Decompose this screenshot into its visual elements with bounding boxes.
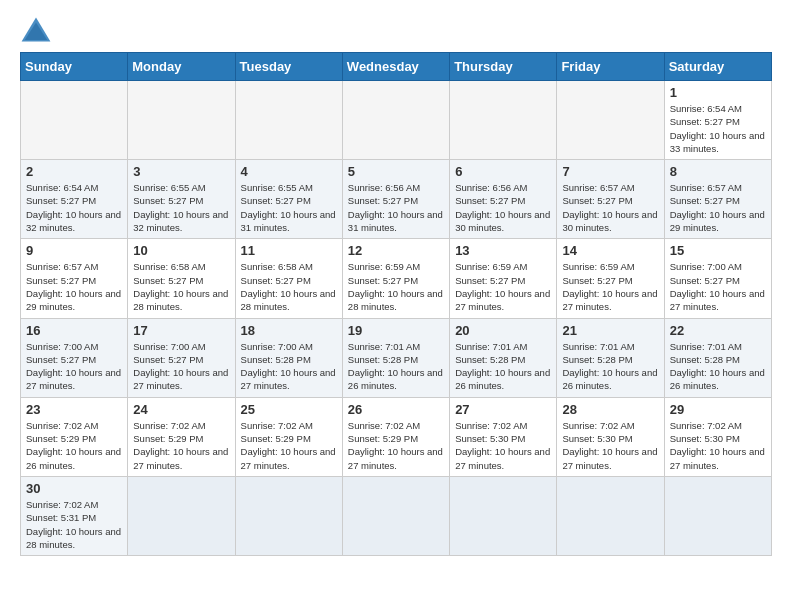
calendar-day-cell [235,476,342,555]
weekday-header-cell: Thursday [450,53,557,81]
day-info: Sunrise: 6:58 AM Sunset: 5:27 PM Dayligh… [133,260,229,313]
weekday-header-cell: Saturday [664,53,771,81]
calendar-week-row: 16Sunrise: 7:00 AM Sunset: 5:27 PM Dayli… [21,318,772,397]
day-number: 1 [670,85,766,100]
header [20,16,772,44]
day-number: 18 [241,323,337,338]
day-info: Sunrise: 7:00 AM Sunset: 5:27 PM Dayligh… [670,260,766,313]
logo [20,16,56,44]
day-info: Sunrise: 7:02 AM Sunset: 5:30 PM Dayligh… [455,419,551,472]
day-number: 21 [562,323,658,338]
calendar-day-cell: 9Sunrise: 6:57 AM Sunset: 5:27 PM Daylig… [21,239,128,318]
calendar-day-cell: 5Sunrise: 6:56 AM Sunset: 5:27 PM Daylig… [342,160,449,239]
day-info: Sunrise: 7:00 AM Sunset: 5:28 PM Dayligh… [241,340,337,393]
day-number: 8 [670,164,766,179]
day-number: 28 [562,402,658,417]
day-number: 16 [26,323,122,338]
calendar-week-row: 2Sunrise: 6:54 AM Sunset: 5:27 PM Daylig… [21,160,772,239]
day-info: Sunrise: 7:02 AM Sunset: 5:30 PM Dayligh… [562,419,658,472]
day-info: Sunrise: 6:57 AM Sunset: 5:27 PM Dayligh… [562,181,658,234]
calendar-day-cell: 25Sunrise: 7:02 AM Sunset: 5:29 PM Dayli… [235,397,342,476]
day-info: Sunrise: 7:00 AM Sunset: 5:27 PM Dayligh… [133,340,229,393]
day-number: 30 [26,481,122,496]
calendar-day-cell [128,476,235,555]
day-info: Sunrise: 6:59 AM Sunset: 5:27 PM Dayligh… [455,260,551,313]
calendar-day-cell: 4Sunrise: 6:55 AM Sunset: 5:27 PM Daylig… [235,160,342,239]
day-info: Sunrise: 6:55 AM Sunset: 5:27 PM Dayligh… [133,181,229,234]
weekday-header-cell: Sunday [21,53,128,81]
calendar-day-cell: 1Sunrise: 6:54 AM Sunset: 5:27 PM Daylig… [664,81,771,160]
calendar-week-row: 1Sunrise: 6:54 AM Sunset: 5:27 PM Daylig… [21,81,772,160]
calendar-day-cell: 27Sunrise: 7:02 AM Sunset: 5:30 PM Dayli… [450,397,557,476]
weekday-header-cell: Tuesday [235,53,342,81]
calendar-day-cell: 18Sunrise: 7:00 AM Sunset: 5:28 PM Dayli… [235,318,342,397]
day-info: Sunrise: 7:02 AM Sunset: 5:29 PM Dayligh… [348,419,444,472]
calendar-day-cell [450,476,557,555]
day-number: 27 [455,402,551,417]
day-number: 12 [348,243,444,258]
weekday-header-cell: Friday [557,53,664,81]
calendar-day-cell [450,81,557,160]
day-number: 20 [455,323,551,338]
day-info: Sunrise: 7:01 AM Sunset: 5:28 PM Dayligh… [455,340,551,393]
calendar-day-cell: 22Sunrise: 7:01 AM Sunset: 5:28 PM Dayli… [664,318,771,397]
calendar-day-cell [21,81,128,160]
calendar-day-cell: 24Sunrise: 7:02 AM Sunset: 5:29 PM Dayli… [128,397,235,476]
calendar-day-cell: 12Sunrise: 6:59 AM Sunset: 5:27 PM Dayli… [342,239,449,318]
calendar-day-cell: 3Sunrise: 6:55 AM Sunset: 5:27 PM Daylig… [128,160,235,239]
day-number: 9 [26,243,122,258]
weekday-header-cell: Wednesday [342,53,449,81]
calendar-day-cell: 17Sunrise: 7:00 AM Sunset: 5:27 PM Dayli… [128,318,235,397]
day-number: 7 [562,164,658,179]
day-info: Sunrise: 6:57 AM Sunset: 5:27 PM Dayligh… [26,260,122,313]
calendar-day-cell: 15Sunrise: 7:00 AM Sunset: 5:27 PM Dayli… [664,239,771,318]
day-info: Sunrise: 6:59 AM Sunset: 5:27 PM Dayligh… [348,260,444,313]
day-number: 19 [348,323,444,338]
calendar-day-cell [342,476,449,555]
weekday-header: SundayMondayTuesdayWednesdayThursdayFrid… [21,53,772,81]
calendar-day-cell [557,81,664,160]
day-info: Sunrise: 7:02 AM Sunset: 5:30 PM Dayligh… [670,419,766,472]
calendar-table: SundayMondayTuesdayWednesdayThursdayFrid… [20,52,772,556]
day-info: Sunrise: 6:56 AM Sunset: 5:27 PM Dayligh… [455,181,551,234]
day-number: 23 [26,402,122,417]
day-info: Sunrise: 7:01 AM Sunset: 5:28 PM Dayligh… [670,340,766,393]
calendar-day-cell: 7Sunrise: 6:57 AM Sunset: 5:27 PM Daylig… [557,160,664,239]
calendar-day-cell: 23Sunrise: 7:02 AM Sunset: 5:29 PM Dayli… [21,397,128,476]
day-info: Sunrise: 7:01 AM Sunset: 5:28 PM Dayligh… [348,340,444,393]
day-info: Sunrise: 6:58 AM Sunset: 5:27 PM Dayligh… [241,260,337,313]
calendar-day-cell: 30Sunrise: 7:02 AM Sunset: 5:31 PM Dayli… [21,476,128,555]
day-info: Sunrise: 6:59 AM Sunset: 5:27 PM Dayligh… [562,260,658,313]
calendar-day-cell: 28Sunrise: 7:02 AM Sunset: 5:30 PM Dayli… [557,397,664,476]
calendar-day-cell: 20Sunrise: 7:01 AM Sunset: 5:28 PM Dayli… [450,318,557,397]
day-info: Sunrise: 7:00 AM Sunset: 5:27 PM Dayligh… [26,340,122,393]
day-number: 25 [241,402,337,417]
calendar-day-cell: 21Sunrise: 7:01 AM Sunset: 5:28 PM Dayli… [557,318,664,397]
day-number: 14 [562,243,658,258]
calendar-day-cell: 2Sunrise: 6:54 AM Sunset: 5:27 PM Daylig… [21,160,128,239]
day-number: 10 [133,243,229,258]
calendar-week-row: 30Sunrise: 7:02 AM Sunset: 5:31 PM Dayli… [21,476,772,555]
day-number: 2 [26,164,122,179]
calendar-day-cell [128,81,235,160]
day-info: Sunrise: 6:54 AM Sunset: 5:27 PM Dayligh… [670,102,766,155]
calendar-day-cell [342,81,449,160]
day-info: Sunrise: 7:02 AM Sunset: 5:29 PM Dayligh… [133,419,229,472]
calendar-day-cell: 14Sunrise: 6:59 AM Sunset: 5:27 PM Dayli… [557,239,664,318]
day-info: Sunrise: 6:56 AM Sunset: 5:27 PM Dayligh… [348,181,444,234]
day-number: 15 [670,243,766,258]
calendar-day-cell: 26Sunrise: 7:02 AM Sunset: 5:29 PM Dayli… [342,397,449,476]
day-number: 22 [670,323,766,338]
day-number: 29 [670,402,766,417]
day-info: Sunrise: 6:54 AM Sunset: 5:27 PM Dayligh… [26,181,122,234]
day-info: Sunrise: 7:01 AM Sunset: 5:28 PM Dayligh… [562,340,658,393]
day-info: Sunrise: 7:02 AM Sunset: 5:29 PM Dayligh… [26,419,122,472]
calendar-day-cell [235,81,342,160]
day-number: 5 [348,164,444,179]
day-number: 4 [241,164,337,179]
day-info: Sunrise: 7:02 AM Sunset: 5:29 PM Dayligh… [241,419,337,472]
calendar-day-cell: 10Sunrise: 6:58 AM Sunset: 5:27 PM Dayli… [128,239,235,318]
calendar-week-row: 9Sunrise: 6:57 AM Sunset: 5:27 PM Daylig… [21,239,772,318]
calendar-day-cell [557,476,664,555]
day-number: 6 [455,164,551,179]
